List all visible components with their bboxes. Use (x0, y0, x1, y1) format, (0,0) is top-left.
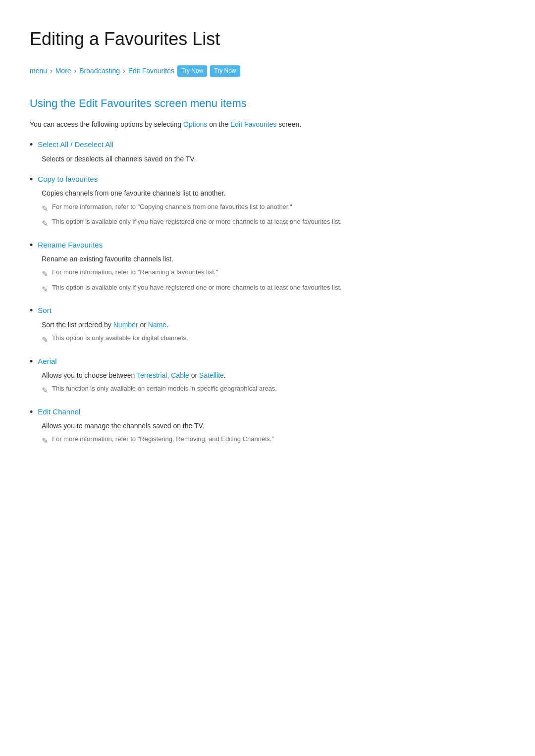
breadcrumb-sep-1: › (50, 65, 53, 76)
breadcrumb-edit-favourites[interactable]: Edit Favourites (128, 65, 174, 76)
item-desc-rename-favourites: Rename an existing favourite channels li… (42, 253, 505, 264)
breadcrumb-menu[interactable]: menu (30, 65, 47, 76)
satellite-link[interactable]: Satellite (199, 371, 224, 379)
cable-link[interactable]: Cable (171, 371, 189, 379)
page-title: Editing a Favourites List (30, 25, 505, 53)
sort-notes: ✎ This option is only available for digi… (42, 333, 505, 347)
list-item-copy-favourites: • Copy to favourites Copies channels fro… (30, 173, 505, 230)
intro-text-before: You can access the following options by … (30, 120, 183, 128)
sort-desc-before: Sort the list ordered by (42, 321, 113, 329)
breadcrumb-broadcasting[interactable]: Broadcasting (79, 65, 120, 76)
bullet-dot: • (30, 406, 33, 418)
note-item: ✎ This function is only available on cer… (42, 384, 505, 397)
bullet-dot: • (30, 239, 33, 252)
sort-desc-after: . (166, 321, 168, 329)
note-text: This option is available only if you hav… (52, 217, 342, 227)
note-text: This option is available only if you hav… (52, 283, 342, 293)
note-icon: ✎ (42, 334, 48, 347)
list-item-rename-favourites: • Rename Favourites Rename an existing f… (30, 239, 505, 296)
item-desc-copy-favourites: Copies channels from one favourite chann… (42, 188, 505, 199)
item-label-rename-favourites: Rename Favourites (38, 239, 103, 251)
try-now-badge-1[interactable]: Try Now (177, 65, 207, 77)
breadcrumb-sep-2: › (74, 65, 77, 76)
item-desc-select-all: Selects or deselects all channels saved … (42, 153, 505, 164)
aerial-desc-before: Allows you to choose between (42, 371, 137, 379)
note-item: ✎ For more information, refer to "Renami… (42, 267, 505, 281)
item-label-sort: Sort (38, 304, 52, 316)
copy-favourites-notes: ✎ For more information, refer to "Copyin… (42, 202, 505, 230)
note-icon: ✎ (42, 217, 48, 230)
item-desc-edit-channel: Allows you to manage the channels saved … (42, 420, 505, 431)
note-text: For more information, refer to "Copying … (52, 202, 292, 212)
item-label-copy-favourites: Copy to favourites (38, 173, 98, 185)
note-item: ✎ For more information, refer to "Copyin… (42, 202, 505, 215)
sort-name-link[interactable]: Name (148, 321, 166, 329)
bullet-dot: • (30, 304, 33, 317)
list-item-sort: • Sort Sort the list ordered by Number o… (30, 304, 505, 346)
sort-desc-or: or (138, 321, 148, 329)
rename-favourites-notes: ✎ For more information, refer to "Renami… (42, 267, 505, 296)
bullet-dot: • (30, 173, 33, 186)
breadcrumb-sep-3: › (123, 65, 125, 76)
note-text: For more information, refer to "Register… (52, 434, 274, 444)
aerial-or: or (189, 371, 199, 379)
intro-text-middle: on the (207, 120, 230, 128)
options-link[interactable]: Options (183, 120, 207, 128)
breadcrumb: menu › More › Broadcasting › Edit Favour… (30, 65, 505, 77)
section-title: Using the Edit Favourites screen menu it… (30, 95, 505, 112)
note-icon: ✎ (42, 435, 48, 448)
sort-number-link[interactable]: Number (113, 321, 138, 329)
item-desc-aerial: Allows you to choose between Terrestrial… (42, 370, 505, 381)
bullet-dot: • (30, 139, 33, 151)
edit-favourites-link[interactable]: Edit Favourites (230, 120, 276, 128)
try-now-badge-2[interactable]: Try Now (210, 65, 240, 77)
item-desc-sort: Sort the list ordered by Number or Name. (42, 319, 505, 330)
terrestrial-link[interactable]: Terrestrial (137, 371, 167, 379)
item-label-edit-channel: Edit Channel (38, 406, 80, 418)
note-text: This function is only available on certa… (52, 384, 277, 394)
aerial-desc-after: . (224, 371, 226, 379)
note-icon: ✎ (42, 384, 48, 397)
edit-channel-notes: ✎ For more information, refer to "Regist… (42, 434, 505, 448)
intro-paragraph: You can access the following options by … (30, 119, 505, 130)
aerial-notes: ✎ This function is only available on cer… (42, 384, 505, 397)
note-item: ✎ This option is available only if you h… (42, 283, 505, 296)
note-icon: ✎ (42, 283, 48, 296)
list-item-edit-channel: • Edit Channel Allows you to manage the … (30, 406, 505, 448)
item-label-select-all: Select All / Deselect All (38, 139, 113, 151)
note-text: For more information, refer to "Renaming… (52, 267, 218, 277)
note-icon: ✎ (42, 202, 48, 215)
note-item: ✎ For more information, refer to "Regist… (42, 434, 505, 448)
note-item: ✎ This option is only available for digi… (42, 333, 505, 347)
bullet-dot: • (30, 355, 33, 368)
list-item-select-all: • Select All / Deselect All Selects or d… (30, 139, 505, 164)
note-icon: ✎ (42, 268, 48, 281)
note-text: This option is only available for digita… (52, 333, 188, 343)
breadcrumb-more[interactable]: More (55, 65, 71, 76)
note-item: ✎ This option is available only if you h… (42, 217, 505, 230)
list-item-aerial: • Aerial Allows you to choose between Te… (30, 355, 505, 397)
item-label-aerial: Aerial (38, 355, 56, 367)
intro-text-after: screen. (276, 120, 301, 128)
menu-items-list: • Select All / Deselect All Selects or d… (30, 139, 505, 448)
